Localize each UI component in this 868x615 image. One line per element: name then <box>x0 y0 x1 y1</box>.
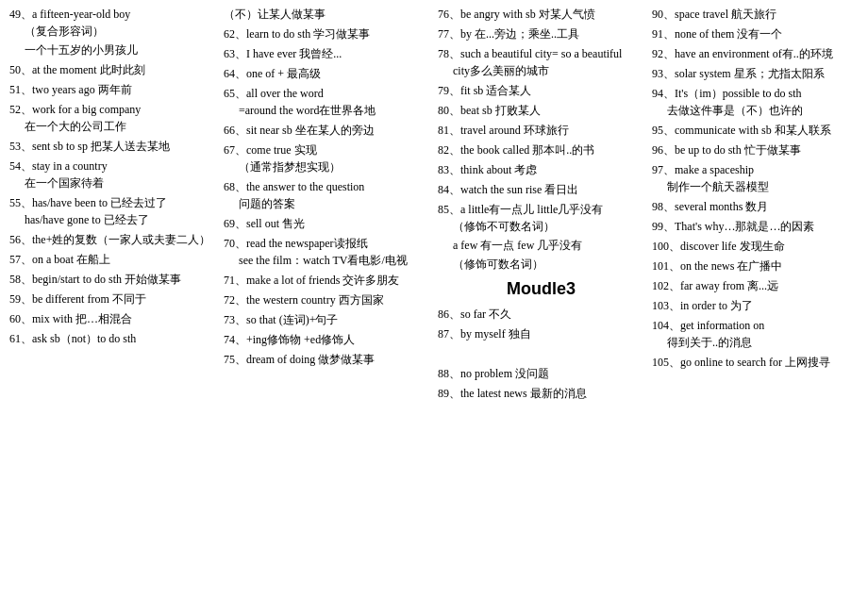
entry-65: 65、all over the word =around the word在世界… <box>224 85 430 119</box>
entry-68: 68、the answer to the question 问题的答案 <box>224 178 430 212</box>
entry-52-sub: 在一个大的公司工作 <box>9 118 216 135</box>
entry-77: 77、by 在...旁边；乘坐..工具 <box>438 25 644 42</box>
entry-59: 59、be different from 不同于 <box>9 291 216 308</box>
entry-57: 57、on a boat 在船上 <box>9 251 216 268</box>
entry-81: 81、travel around 环球旅行 <box>438 122 644 139</box>
column-1: 49、a fifteen-year-old boy （复合形容词） 一个十五岁的… <box>6 4 220 407</box>
entry-67: 67、come true 实现 （通常指梦想实现） <box>224 141 430 175</box>
column-2: （不）让某人做某事 62、learn to do sth 学习做某事 63、I … <box>220 4 434 407</box>
entry-85-sub1: （修饰不可数名词） <box>438 218 644 235</box>
entry-88: 88、no problem 没问题 <box>438 365 644 382</box>
entry-65-sub: =around the word在世界各地 <box>224 102 430 119</box>
entry-85-sub3: （修饰可数名词） <box>438 256 644 273</box>
entry-66: 66、sit near sb 坐在某人的旁边 <box>224 122 430 139</box>
entry-104: 104、get information on 得到关于..的消息 <box>652 317 859 351</box>
entry-90: 90、space travel 航天旅行 <box>652 6 859 23</box>
moudle3-header: Moudle3 <box>438 276 644 302</box>
entry-96: 96、be up to do sth 忙于做某事 <box>652 141 859 158</box>
entry-54-sub: 在一个国家待着 <box>9 175 216 191</box>
entry-102: 102、far away from 离...远 <box>652 277 859 294</box>
entry-75: 75、dream of doing 做梦做某事 <box>224 351 430 368</box>
entry-49: 49、a fifteen-year-old boy （复合形容词） 一个十五岁的… <box>9 6 216 58</box>
entry-61: 61、ask sb（not）to do sth <box>9 330 216 347</box>
entry-99: 99、That's why…那就是…的因素 <box>652 218 859 235</box>
entry-101: 101、on the news 在广播中 <box>652 258 859 274</box>
entry-82: 82、the book called 那本叫..的书 <box>438 141 644 158</box>
entry-67-sub: （通常指梦想实现） <box>224 158 430 175</box>
entry-97: 97、make a spaceship 制作一个航天器模型 <box>652 161 859 195</box>
entry-54: 54、stay in a country 在一个国家待着 <box>9 158 216 191</box>
entry-50: 50、at the moment 此时此刻 <box>9 61 216 78</box>
entry-85: 85、a little有一点儿 little几乎没有 （修饰不可数名词） a f… <box>438 201 644 273</box>
entry-64: 64、one of + 最高级 <box>224 65 430 82</box>
entry-58: 58、begin/start to do sth 开始做某事 <box>9 271 216 288</box>
entry-92: 92、have an environment of有..的环境 <box>652 45 859 62</box>
entry-94: 94、It's（im）possible to do sth 去做这件事是（不）也… <box>652 85 859 119</box>
entry-60: 60、mix with 把…相混合 <box>9 310 216 327</box>
entry-91: 91、none of them 没有一个 <box>652 25 859 42</box>
entry-94-sub: 去做这件事是（不）也许的 <box>652 102 859 119</box>
entry-69: 69、sell out 售光 <box>224 215 430 232</box>
entry-72: 72、the western country 西方国家 <box>224 291 430 308</box>
entry-55-sub: has/have gone to 已经去了 <box>9 211 216 228</box>
entry-87: 87、by myself 独自 <box>438 325 644 342</box>
entry-86: 86、so far 不久 <box>438 306 644 323</box>
entry-100: 100、discover life 发现生命 <box>652 238 859 255</box>
entry-98: 98、several months 数月 <box>652 198 859 215</box>
entry-78: 78、such a beautiful city= so a beautiful… <box>438 45 644 79</box>
main-container: 49、a fifteen-year-old boy （复合形容词） 一个十五岁的… <box>0 0 868 410</box>
entry-blank <box>438 345 644 362</box>
entry-80: 80、beat sb 打败某人 <box>438 102 644 119</box>
entry-76: 76、be angry with sb 对某人气愤 <box>438 6 644 23</box>
entry-49-sub2: 一个十五岁的小男孩儿 <box>9 42 216 58</box>
entry-49-main: 49、a fifteen-year-old boy <box>9 8 130 21</box>
entry-89: 89、the latest news 最新的消息 <box>438 385 644 402</box>
entry-83: 83、think about 考虑 <box>438 161 644 178</box>
entry-95: 95、communicate with sb 和某人联系 <box>652 122 859 139</box>
entry-62: 62、learn to do sth 学习做某事 <box>224 25 430 42</box>
entry-93: 93、solar system 星系；尤指太阳系 <box>652 65 859 82</box>
entry-103: 103、in order to 为了 <box>652 297 859 314</box>
entry-104-sub: 得到关于..的消息 <box>652 334 859 351</box>
entry-70: 70、read the newspaper读报纸 see the film：wa… <box>224 235 430 269</box>
column-4: 90、space travel 航天旅行 91、none of them 没有一… <box>648 4 862 407</box>
entry-55: 55、has/have been to 已经去过了 has/have gone … <box>9 194 216 228</box>
entry-68-sub: 问题的答案 <box>224 195 430 212</box>
entry-49-sub1: （复合形容词） <box>9 23 216 40</box>
entry-51: 51、two years ago 两年前 <box>9 81 216 98</box>
column-3: 76、be angry with sb 对某人气愤 77、by 在...旁边；乘… <box>434 4 648 407</box>
entry-78-sub: city多么美丽的城市 <box>438 62 644 79</box>
entry-52: 52、work for a big company 在一个大的公司工作 <box>9 101 216 135</box>
entry-71: 71、make a lot of friends 交许多朋友 <box>224 272 430 289</box>
entry-61-cont: （不）让某人做某事 <box>224 6 430 23</box>
entry-79: 79、fit sb 适合某人 <box>438 82 644 99</box>
entry-53: 53、sent sb to sp 把某人送去某地 <box>9 138 216 155</box>
entry-63: 63、I have ever 我曾经... <box>224 45 430 62</box>
entry-97-sub: 制作一个航天器模型 <box>652 178 859 195</box>
entry-70-sub: see the film：watch TV看电影/电视 <box>224 252 430 269</box>
entry-84: 84、watch the sun rise 看日出 <box>438 181 644 198</box>
entry-85-sub2: a few 有一点 few 几乎没有 <box>438 237 644 254</box>
entry-73: 73、so that (连词)+句子 <box>224 311 430 328</box>
entry-56: 56、the+姓的复数（一家人或夫妻二人） <box>9 231 216 248</box>
entry-105: 105、go online to search for 上网搜寻 <box>652 354 859 371</box>
entry-74: 74、+ing修饰物 +ed修饰人 <box>224 331 430 348</box>
